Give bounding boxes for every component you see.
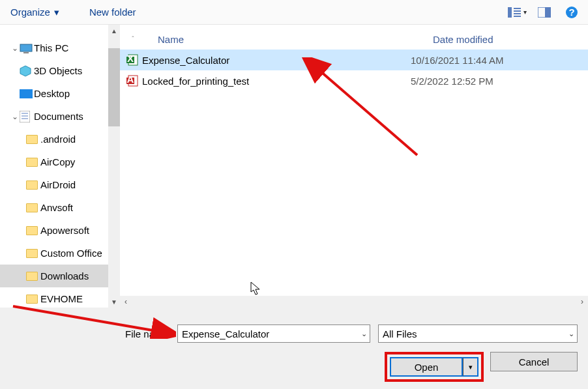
tree-item-label: Documents bbox=[34, 111, 83, 122]
chevron-icon: ⌄ bbox=[10, 44, 20, 53]
svg-text:?: ? bbox=[568, 7, 574, 18]
folder-icon bbox=[26, 272, 40, 281]
organize-button[interactable]: Organize ▾ bbox=[5, 4, 65, 21]
file-type-icon: X bbox=[120, 53, 142, 66]
folder-icon bbox=[26, 158, 40, 167]
list-view-icon bbox=[508, 7, 521, 18]
folder-icon bbox=[26, 180, 40, 190]
open-dropdown-button[interactable]: ▾ bbox=[463, 357, 478, 377]
tree-item[interactable]: ⌄Documents bbox=[0, 105, 120, 128]
tree-item[interactable]: Downloads bbox=[0, 265, 120, 287]
view-options-button[interactable]: ▾ bbox=[506, 3, 528, 22]
tree-item-label: Anvsoft bbox=[40, 202, 73, 213]
new-folder-label: New folder bbox=[89, 7, 136, 18]
file-row[interactable]: XExpense_Calculator10/16/2021 11:44 AM bbox=[120, 50, 588, 70]
file-date: 10/16/2021 11:44 AM bbox=[411, 55, 588, 66]
svg-rect-9 bbox=[20, 44, 32, 51]
tree-item[interactable]: 3D Objects bbox=[0, 59, 120, 82]
svg-rect-0 bbox=[508, 7, 512, 18]
tree-item-label: .android bbox=[40, 134, 76, 145]
file-type-icon: A bbox=[120, 74, 142, 87]
tree-item[interactable]: EVHOME bbox=[0, 287, 120, 308]
tree-item-label: AirCopy bbox=[40, 156, 75, 167]
tree-item-label: Custom Office bbox=[40, 248, 102, 259]
folder-icon bbox=[26, 135, 40, 144]
help-button[interactable]: ? bbox=[561, 3, 583, 22]
tree-item-label: EVHOME bbox=[40, 293, 83, 304]
scroll-thumb[interactable] bbox=[108, 48, 120, 126]
column-header-row: ˆ Name Date modified bbox=[120, 25, 588, 50]
filename-label: File name: bbox=[10, 328, 177, 339]
folder-icon bbox=[20, 111, 34, 122]
file-list-pane: ˆ Name Date modified XExpense_Calculator… bbox=[120, 25, 588, 308]
folder-icon bbox=[26, 203, 40, 212]
tree-item[interactable]: AirCopy bbox=[0, 151, 120, 173]
folder-tree: ⌄This PC3D ObjectsDesktop⌄Documents.andr… bbox=[0, 25, 120, 308]
tree-item[interactable]: Apowersoft bbox=[0, 219, 120, 242]
new-folder-button[interactable]: New folder bbox=[84, 4, 141, 20]
column-header-name[interactable]: Name bbox=[146, 34, 433, 45]
preview-pane-button[interactable] bbox=[533, 3, 555, 22]
scroll-down-icon[interactable]: ▼ bbox=[108, 296, 120, 308]
tree-item-label: 3D Objects bbox=[34, 65, 82, 76]
svg-rect-12 bbox=[20, 89, 33, 98]
folder-icon bbox=[26, 249, 40, 258]
tree-item-label: This PC bbox=[34, 42, 68, 53]
scroll-right-icon[interactable]: › bbox=[576, 297, 588, 306]
filename-value: Expense_Calculator bbox=[182, 328, 269, 339]
folder-icon bbox=[20, 89, 34, 98]
tree-item[interactable]: Custom Office bbox=[0, 242, 120, 265]
open-button-highlight: Open ▾ bbox=[385, 352, 484, 382]
horizontal-scrollbar[interactable]: ‹ › bbox=[120, 296, 588, 308]
folder-icon bbox=[26, 295, 40, 304]
filename-input[interactable]: Expense_Calculator ⌄ bbox=[177, 324, 370, 343]
file-row[interactable]: ALocked_for_printing_test5/2/2022 12:52 … bbox=[120, 70, 588, 91]
file-name: Locked_for_printing_test bbox=[142, 76, 411, 87]
tree-item[interactable]: Anvsoft bbox=[0, 196, 120, 219]
file-name: Expense_Calculator bbox=[142, 55, 411, 66]
tree-item[interactable]: Desktop bbox=[0, 82, 120, 105]
svg-text:X: X bbox=[127, 53, 134, 64]
folder-icon bbox=[20, 65, 34, 77]
chevron-down-icon: ▾ bbox=[523, 8, 527, 16]
tree-item-label: AirDroid bbox=[40, 179, 76, 190]
chevron-icon: ⌄ bbox=[10, 112, 20, 121]
svg-rect-13 bbox=[20, 111, 30, 122]
column-header-date[interactable]: Date modified bbox=[433, 34, 588, 45]
organize-label: Organize bbox=[10, 7, 50, 18]
folder-icon bbox=[20, 43, 34, 53]
cancel-button[interactable]: Cancel bbox=[490, 352, 578, 371]
scroll-left-icon[interactable]: ‹ bbox=[120, 297, 132, 306]
svg-rect-6 bbox=[545, 7, 551, 18]
svg-rect-10 bbox=[23, 52, 29, 53]
chevron-down-icon: ▾ bbox=[54, 7, 59, 18]
chevron-down-icon[interactable]: ⌄ bbox=[568, 330, 574, 338]
svg-text:A: A bbox=[127, 74, 134, 85]
chevron-down-icon[interactable]: ⌄ bbox=[361, 330, 367, 338]
tree-item[interactable]: ⌄This PC bbox=[0, 36, 120, 59]
folder-icon bbox=[26, 226, 40, 235]
sort-indicator-icon[interactable]: ˆ bbox=[120, 36, 146, 43]
svg-marker-11 bbox=[20, 66, 31, 76]
filetype-select[interactable]: All Files ⌄ bbox=[378, 324, 578, 343]
filetype-value: All Files bbox=[383, 328, 417, 339]
help-icon: ? bbox=[565, 6, 578, 19]
open-button[interactable]: Open bbox=[390, 357, 463, 377]
file-date: 5/2/2022 12:52 PM bbox=[411, 76, 588, 87]
tree-item[interactable]: .android bbox=[0, 128, 120, 151]
tree-scrollbar[interactable]: ▲ ▼ bbox=[108, 25, 120, 308]
preview-pane-icon bbox=[538, 7, 551, 18]
tree-item-label: Downloads bbox=[40, 270, 89, 281]
tree-item[interactable]: AirDroid bbox=[0, 173, 120, 196]
tree-item-label: Desktop bbox=[34, 88, 70, 99]
scroll-up-icon[interactable]: ▲ bbox=[108, 25, 120, 36]
tree-item-label: Apowersoft bbox=[40, 225, 89, 236]
